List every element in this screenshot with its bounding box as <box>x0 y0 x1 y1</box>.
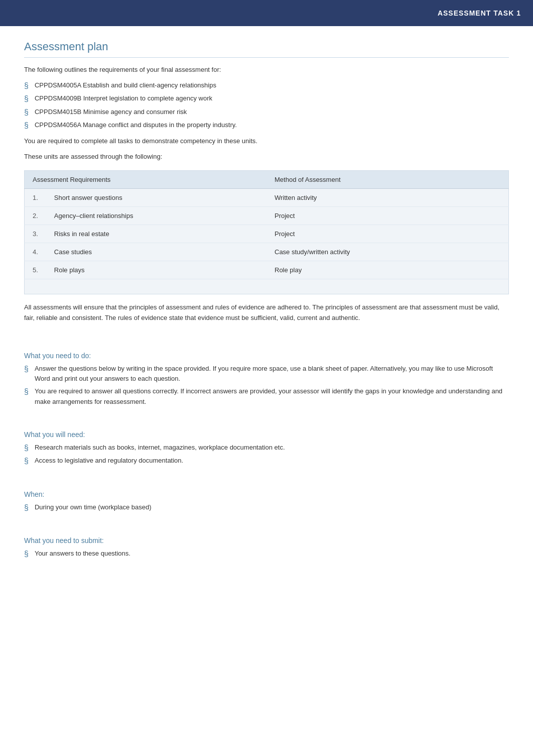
spacer <box>24 472 509 480</box>
unit-text: CPPDSM4056A Manage conflict and disputes… <box>35 120 237 131</box>
principles-text: All assessments will ensure that the pri… <box>24 302 509 323</box>
what-you-will-need-list: § Research materials such as books, inte… <box>24 443 509 467</box>
header-bar: ASSESSMENT TASK 1 <box>0 0 533 26</box>
bullet-icon: § <box>24 443 29 454</box>
row-num: 4. <box>25 243 46 261</box>
when-list: § During your own time (workplace based) <box>24 502 509 513</box>
what-you-will-need-heading: What you will need: <box>24 430 509 439</box>
bullet-text: Access to legislative and regulatory doc… <box>35 456 183 466</box>
row-requirement: Risks in real estate <box>46 225 266 243</box>
bullet-icon: § <box>24 120 29 131</box>
row-num: 2. <box>25 206 46 225</box>
unit-text: CPPDSM4005A Establish and build client-a… <box>35 80 216 91</box>
spacer <box>24 518 509 526</box>
bullet-icon: § <box>24 386 29 397</box>
competency-text: You are required to complete all tasks t… <box>24 136 509 147</box>
col1-header: Assessment Requirements <box>25 170 267 188</box>
assessed-through-text: These units are assessed through the fol… <box>24 152 509 162</box>
table-row: 4. Case studies Case study/written activ… <box>25 243 509 261</box>
col2-header: Method of Assessment <box>266 170 509 188</box>
bullet-icon: § <box>24 93 29 104</box>
row-method: Written activity <box>266 188 509 206</box>
spacer <box>24 412 509 420</box>
unit-text: CPPDSM4015B Minimise agency and consumer… <box>35 107 187 118</box>
bullet-icon: § <box>24 80 29 91</box>
row-method: Case study/written activity <box>266 243 509 261</box>
what-to-submit-list: § Your answers to these questions. <box>24 549 509 560</box>
row-requirement: Role plays <box>46 261 266 279</box>
list-item: § Your answers to these questions. <box>24 549 509 560</box>
table-row: 2. Agency–client relationships Project <box>25 206 509 225</box>
list-item: § You are required to answer all questio… <box>24 386 509 407</box>
list-item: § CPPDSM4005A Establish and build client… <box>24 80 509 91</box>
list-item: § Answer the questions below by writing … <box>24 364 509 385</box>
list-item: § CPPDSM4015B Minimise agency and consum… <box>24 107 509 118</box>
bullet-text: Research materials such as books, intern… <box>35 443 285 453</box>
row-requirement: Agency–client relationships <box>46 206 266 225</box>
content-area: Assessment plan The following outlines t… <box>0 26 533 585</box>
row-num: 5. <box>25 261 46 279</box>
when-heading: When: <box>24 490 509 498</box>
bullet-text: During your own time (workplace based) <box>35 502 152 513</box>
bullet-text: You are required to answer all questions… <box>35 386 509 407</box>
row-method: Project <box>266 206 509 225</box>
row-requirement: Case studies <box>46 243 266 261</box>
bullet-icon: § <box>24 364 29 375</box>
intro-text: The following outlines the requirements … <box>24 65 509 75</box>
bullet-text: Answer the questions below by writing in… <box>35 364 509 385</box>
assessment-table: Assessment Requirements Method of Assess… <box>24 170 509 294</box>
page-title: Assessment plan <box>24 40 509 58</box>
row-method: Role play <box>266 261 509 279</box>
unit-text: CPPDSM4009B Interpret legislation to com… <box>35 93 212 104</box>
list-item: § CPPDSM4009B Interpret legislation to c… <box>24 93 509 104</box>
list-item: § During your own time (workplace based) <box>24 502 509 513</box>
bullet-icon: § <box>24 549 29 560</box>
assessment-task-title: ASSESSMENT TASK 1 <box>438 9 521 17</box>
list-item: § Access to legislative and regulatory d… <box>24 456 509 467</box>
table-row: 3. Risks in real estate Project <box>25 225 509 243</box>
table-row: 5. Role plays Role play <box>25 261 509 279</box>
bullet-text: Your answers to these questions. <box>35 549 130 559</box>
table-row: 1. Short answer questions Written activi… <box>25 188 509 206</box>
what-to-submit-heading: What you need to submit: <box>24 536 509 545</box>
spacer <box>24 334 509 342</box>
what-you-need-heading: What you need to do: <box>24 352 509 360</box>
units-list: § CPPDSM4005A Establish and build client… <box>24 80 509 132</box>
bullet-icon: § <box>24 502 29 513</box>
row-num: 1. <box>25 188 46 206</box>
row-requirement: Short answer questions <box>46 188 266 206</box>
bullet-icon: § <box>24 456 29 467</box>
row-method: Project <box>266 225 509 243</box>
list-item: § CPPDSM4056A Manage conflict and disput… <box>24 120 509 131</box>
table-spacer <box>25 279 509 294</box>
list-item: § Research materials such as books, inte… <box>24 443 509 454</box>
what-you-need-list: § Answer the questions below by writing … <box>24 364 509 407</box>
bullet-icon: § <box>24 107 29 118</box>
row-num: 3. <box>25 225 46 243</box>
